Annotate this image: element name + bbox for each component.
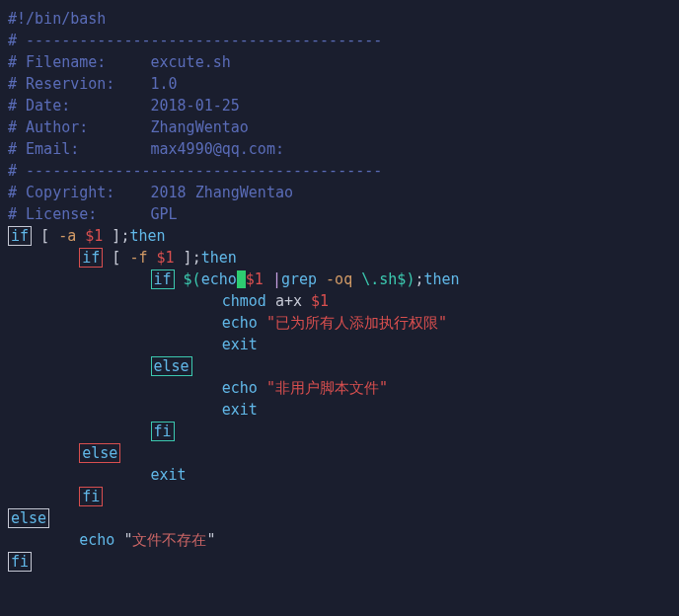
chmod-cmd: chmod xyxy=(222,292,266,310)
cursor-icon xyxy=(237,270,246,288)
author-label: # Author: xyxy=(8,118,151,136)
reservion-value: 1.0 xyxy=(151,75,178,93)
license-value: GPL xyxy=(151,205,178,223)
if-keyword: if xyxy=(151,270,175,289)
test-flag: -f xyxy=(129,249,147,267)
shebang: #!/bin/bash xyxy=(8,10,106,28)
var-1: $1 xyxy=(246,270,264,288)
divider: # --------------------------------------… xyxy=(8,32,382,49)
email-value: max4990@qq.com: xyxy=(151,140,284,158)
test-flag: -a xyxy=(58,227,76,245)
string-literal: "非用户脚本文件" xyxy=(266,379,388,397)
copyright-label: # Copyright: xyxy=(8,184,151,201)
then-keyword: then xyxy=(201,249,237,267)
var-1: $1 xyxy=(311,292,329,310)
date-label: # Date: xyxy=(8,97,151,115)
reservion-label: # Reservion: xyxy=(8,75,151,93)
grep-opts: -oq xyxy=(326,270,352,288)
var-1: $1 xyxy=(157,249,175,267)
semi: ; xyxy=(192,249,201,267)
else-keyword: else xyxy=(8,508,49,528)
exit-cmd: exit xyxy=(151,466,187,484)
subst-open: $( xyxy=(184,270,201,288)
chmod-arg: a+x xyxy=(275,292,302,310)
quote: " xyxy=(206,531,215,549)
bracket: ] xyxy=(184,249,192,267)
filename-value: excute.sh xyxy=(151,53,231,71)
else-keyword: else xyxy=(151,356,192,376)
grep-cmd: grep xyxy=(281,270,317,288)
date-value: 2018-01-25 xyxy=(151,97,240,115)
var-1: $1 xyxy=(85,227,103,245)
license-label: # License: xyxy=(8,205,151,223)
bracket: [ xyxy=(40,227,49,245)
code-block: #!/bin/bash # --------------------------… xyxy=(8,8,671,573)
exit-cmd: exit xyxy=(222,401,258,419)
echo-cmd: echo xyxy=(222,314,258,332)
filename-label: # Filename: xyxy=(8,53,151,71)
email-label: # Email: xyxy=(8,140,151,158)
exit-cmd: exit xyxy=(222,336,258,353)
fi-keyword: fi xyxy=(8,552,32,572)
fi-keyword: fi xyxy=(79,487,103,506)
divider: # --------------------------------------… xyxy=(8,162,382,180)
regex: \.sh$ xyxy=(361,270,406,288)
else-keyword: else xyxy=(79,443,120,463)
echo-cmd: echo xyxy=(222,379,258,397)
string-literal: 文件不存在 xyxy=(132,531,206,549)
author-value: ZhangWentao xyxy=(151,118,249,136)
string-literal: "已为所有人添加执行权限" xyxy=(266,314,447,332)
echo-cmd: echo xyxy=(201,270,237,288)
fi-keyword: fi xyxy=(151,422,175,441)
then-keyword: then xyxy=(423,270,459,288)
bracket: [ xyxy=(112,249,120,267)
then-keyword: then xyxy=(129,227,165,245)
if-keyword: if xyxy=(8,226,32,246)
echo-cmd: echo xyxy=(79,531,114,549)
if-keyword: if xyxy=(79,248,103,268)
pipe: | xyxy=(272,270,281,288)
copyright-value: 2018 ZhangWentao xyxy=(151,184,294,201)
